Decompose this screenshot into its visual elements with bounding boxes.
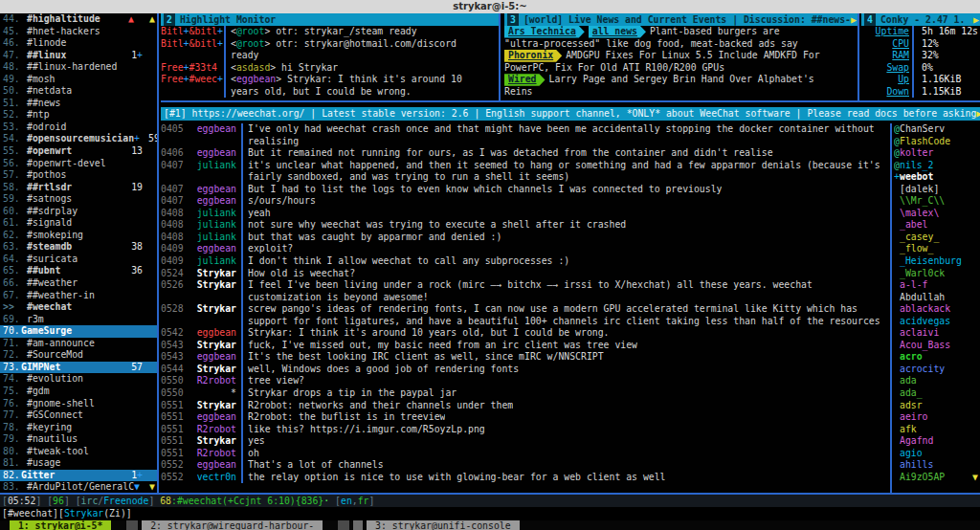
- buffer-list-item[interactable]: >> #weechat: [0, 301, 157, 314]
- nick: agio: [900, 448, 923, 460]
- tmux-window-tab[interactable]: [338, 520, 349, 530]
- buffer-list-item[interactable]: 53. #odroid: [0, 121, 157, 134]
- nick: a-l-f: [900, 279, 928, 292]
- nicklist-item[interactable]: Ai9zO5AP ▼: [894, 472, 980, 484]
- nicklist-item[interactable]: \\Mr_C\\: [894, 195, 980, 208]
- nicklist-item[interactable]: _casey_: [894, 232, 980, 244]
- nicklist-item[interactable]: acrocity: [894, 364, 980, 376]
- stat-value: 32%: [914, 50, 939, 62]
- nicklist-item[interactable]: aclaivi: [894, 327, 980, 340]
- tmux-window-tab[interactable]: 2: strykar@wireguard-harbour-: [142, 520, 323, 530]
- input-bar[interactable]: [#weechat][Strykar(Zi)]: [0, 507, 980, 520]
- buffer-list-item[interactable]: 70. GameSurge: [0, 325, 157, 338]
- nicklist-item[interactable]: @ ChanServ: [894, 123, 980, 136]
- timestamp: 0408: [161, 232, 185, 244]
- buffer-list-item[interactable]: 65. ##ubnt 36: [0, 265, 157, 277]
- buffer-list-item[interactable]: 54. #opensourcemusician + 59: [0, 133, 157, 145]
- nicklist-item[interactable]: _Warl0ck: [894, 268, 980, 280]
- tmux-window-tab[interactable]: [353, 520, 363, 530]
- nicklist-item[interactable]: + weebot: [894, 171, 980, 184]
- buffer-list-item[interactable]: 80. #tweak-tool: [0, 446, 157, 458]
- buffer-list-item[interactable]: 82. Gitter 1 +: [0, 470, 157, 482]
- buffer-list-item[interactable]: 63. #steamdb 38: [0, 241, 157, 254]
- buffer-list-item[interactable]: 61. #signald: [0, 217, 157, 230]
- nick: eggbean: [236, 74, 276, 84]
- buffer-list-item[interactable]: 57. #pothos: [0, 169, 157, 182]
- buffer-list-item[interactable]: 79. #nautilus: [0, 433, 157, 446]
- nicklist-item[interactable]: ada: [894, 375, 980, 387]
- buffer-name: #signald: [27, 217, 72, 230]
- nick: eggbean: [185, 195, 236, 208]
- buffer-list-item[interactable]: 83. #ArduPilot/GeneralC ▼ ▼: [0, 481, 157, 494]
- nick: juliank: [185, 255, 236, 268]
- source-buffer: Bitl: [161, 26, 184, 36]
- nicklist-item[interactable]: @ nils_2: [894, 160, 980, 172]
- nicklist-item[interactable]: Abdullah: [894, 292, 980, 304]
- nicklist-item[interactable]: _flow_: [894, 243, 980, 255]
- buffer-list-item[interactable]: 73. GIMPNet 57: [0, 362, 157, 374]
- buffer-list-item[interactable]: 66. ##weather: [0, 277, 157, 290]
- buffer-list-item[interactable]: 60. ##sdrplay: [0, 206, 157, 218]
- nicklist-item[interactable]: a-l-f: [894, 279, 980, 292]
- chat-message-area: 0405 eggbean I've only had weechat crash…: [161, 123, 890, 493]
- nicklist-item[interactable]: aeiro: [894, 411, 980, 424]
- nicklist-item[interactable]: acidvegas: [894, 316, 980, 328]
- chat-message-row: 0550 * Strykar drops a tip in the paypal…: [161, 387, 890, 400]
- buffer-list-item[interactable]: 58. ##rtlsdr 19: [0, 182, 157, 194]
- stat-label: Uptime: [861, 26, 909, 38]
- buffer-list-item[interactable]: 74. #evolution: [0, 373, 157, 386]
- nick: Ai9zO5AP: [900, 472, 945, 484]
- nicklist-item[interactable]: ada_: [894, 387, 980, 400]
- buffer-list-item[interactable]: 81. #usage: [0, 457, 157, 470]
- tmux-window-tab[interactable]: [126, 520, 138, 530]
- buffer-list-item[interactable]: 52. #ntp: [0, 109, 157, 121]
- buffer-list-item[interactable]: 56. #openwrt-devel: [0, 158, 157, 170]
- nicklist-item[interactable]: acro: [894, 351, 980, 364]
- nicklist-item[interactable]: @ FlashCode: [894, 136, 980, 148]
- buffer-list-item[interactable]: 51. ##news: [0, 98, 157, 110]
- buffer-list-item[interactable]: 64. #suricata: [0, 254, 157, 266]
- nicklist-item[interactable]: Agafnd: [894, 435, 980, 448]
- buffer-list-item[interactable]: 48. ##linux-hardened: [0, 61, 157, 74]
- tmux-window-tab[interactable]: 1: strykar@i-5*: [10, 520, 111, 530]
- nicklist-item[interactable]: \malex\: [894, 208, 980, 220]
- buffer-list-item[interactable]: 59. #satnogs: [0, 193, 157, 206]
- nicklist-item[interactable]: Acou_Bass: [894, 340, 980, 352]
- nicklist-item[interactable]: ablackack: [894, 303, 980, 316]
- buffer-list-item[interactable]: 44. #highaltitude ▲ ▲: [0, 13, 157, 26]
- status-segment: Freenode: [103, 496, 148, 506]
- buffer-list-item[interactable]: 72. #SourceMod: [0, 349, 157, 362]
- nicklist-item[interactable]: _abel: [894, 219, 980, 232]
- buffer-list-item[interactable]: 71. #am-announce: [0, 338, 157, 350]
- buffer-list-item[interactable]: 76. #gnome-shell: [0, 398, 157, 410]
- tmux-window-tab[interactable]: 3: strykar@unifi-console: [367, 520, 519, 530]
- nick: [185, 136, 236, 148]
- nicklist-item[interactable]: ahills: [894, 459, 980, 472]
- buffer-list-item[interactable]: 50. #netdata: [0, 85, 157, 98]
- buffer-list-item[interactable]: 62. #smokeping: [0, 230, 157, 242]
- buffer-list-item[interactable]: 69. r3m: [0, 314, 157, 326]
- highlight-row: Bitl+&bitl+ <@root> otr: strykar_/steam …: [161, 26, 499, 38]
- buffer-list-item[interactable]: 77. #GSConnect: [0, 409, 157, 422]
- buffer-number: 82.: [0, 470, 21, 482]
- buffer-list-item[interactable]: 75. #gdm: [0, 386, 157, 398]
- nicklist-item[interactable]: _Heisenburg: [894, 255, 980, 268]
- nicklist-item[interactable]: afk: [894, 424, 980, 436]
- buffer-list-item[interactable]: 49. #mosh: [0, 74, 157, 86]
- buffer-list-item[interactable]: 55. #openwrt 13: [0, 145, 157, 158]
- buffer-name: #usage: [27, 457, 60, 470]
- nicklist-item[interactable]: agio: [894, 448, 980, 460]
- stat-value: 5h 16m 12s: [914, 26, 978, 38]
- news-source-badge: Ars Technica: [504, 26, 585, 38]
- buffer-list-item[interactable]: 67. ##weather-in: [0, 290, 157, 302]
- buffer-list-item[interactable]: 78. #keyring: [0, 422, 157, 434]
- nicklist-item[interactable]: adsr: [894, 400, 980, 412]
- nicklist-item[interactable]: [dalek]: [894, 184, 980, 196]
- nick: nils_2: [900, 160, 933, 172]
- buffer-list-item[interactable]: 45. #hnet-hackers: [0, 26, 157, 38]
- stat-row: Swap 0%: [861, 62, 980, 75]
- buffer-list-item[interactable]: 47. ##linux 1 +: [0, 50, 157, 62]
- buffer-name: #hnet-hackers: [27, 26, 100, 38]
- nicklist-item[interactable]: @ kolter: [894, 147, 980, 160]
- buffer-list-item[interactable]: 46. #linode: [0, 37, 157, 50]
